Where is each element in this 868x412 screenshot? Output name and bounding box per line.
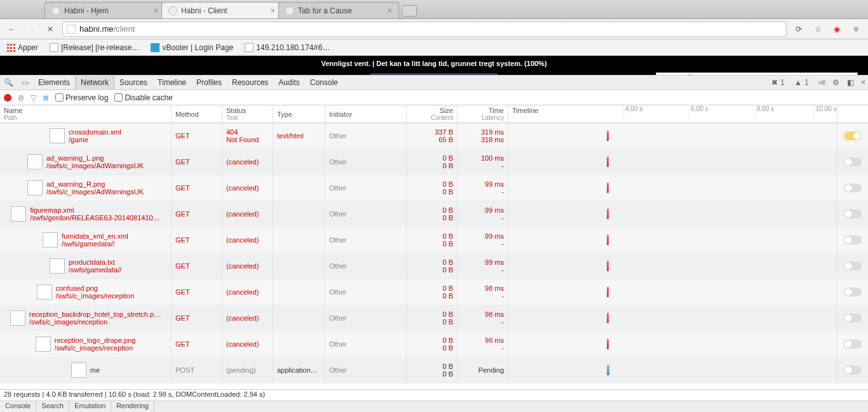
browser-tab[interactable]: Habni - Hjem× [44, 2, 165, 18]
bookmark-item[interactable]: [Release] [re-release… [50, 43, 139, 52]
tab-title: Tab for a Cause [298, 6, 352, 15]
forward-button[interactable]: → [24, 22, 38, 36]
bookmark-item[interactable]: 149.210.180.174/r6… [245, 43, 330, 52]
loading-banner: Vennligst vent. | Det kan ta litt lang t… [321, 60, 546, 67]
page-content: Vennligst vent. | Det kan ta litt lang t… [0, 56, 868, 75]
tab-title: Habni - Hjem [64, 6, 109, 15]
close-icon[interactable]: × [387, 6, 392, 15]
bookmark-label: vBooter | Login Page [162, 43, 233, 52]
bookmark-label: Apper [18, 43, 38, 52]
url-host: habni.me [79, 24, 113, 34]
bookmark-item[interactable]: vBooter | Login Page [151, 43, 233, 52]
favicon-icon [245, 43, 254, 52]
browser-toolbar: ← → ✕ habni.me/client ⟳ ☆ ◉ ≡ [0, 19, 868, 39]
bookmark-label: 149.210.180.174/r6… [256, 43, 330, 52]
address-bar[interactable]: habni.me/client [62, 22, 787, 37]
stop-button[interactable]: ✕ [43, 22, 57, 36]
favicon-placeholder [285, 6, 294, 15]
close-icon[interactable]: × [270, 6, 275, 15]
browser-tab[interactable]: Tab for a Cause× [278, 2, 399, 18]
browser-tabstrip: Habni - Hjem× Habni - Client× Tab for a … [0, 0, 868, 19]
favicon-placeholder [168, 6, 177, 15]
favicon-icon [151, 43, 159, 52]
page-icon [67, 25, 76, 34]
close-icon[interactable]: × [153, 6, 158, 15]
tab-title: Habni - Client [181, 6, 227, 15]
favicon-icon [50, 43, 58, 52]
bookmarks-bar: Apper [Release] [re-release… vBooter | L… [0, 39, 868, 56]
new-tab-button[interactable] [402, 5, 417, 17]
adblock-icon[interactable]: ◉ [830, 22, 844, 36]
back-button[interactable]: ← [5, 22, 19, 36]
menu-icon[interactable]: ≡ [849, 22, 863, 36]
browser-tab-active[interactable]: Habni - Client× [161, 2, 282, 18]
apps-icon [6, 43, 15, 52]
favicon-placeholder [51, 6, 60, 15]
bookmark-apps[interactable]: Apper [6, 43, 38, 52]
star-icon[interactable]: ☆ [811, 22, 825, 36]
reload-icon[interactable]: ⟳ [792, 22, 806, 36]
bookmark-label: [Release] [re-release… [61, 43, 139, 52]
url-path: /client [113, 24, 135, 34]
